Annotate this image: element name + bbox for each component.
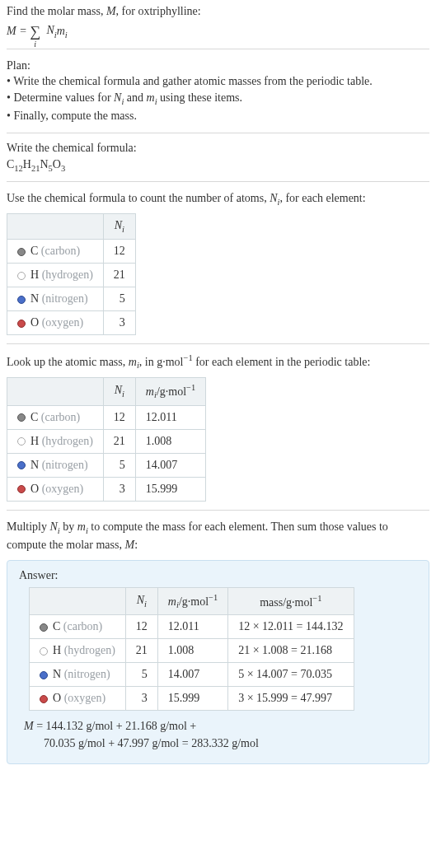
mult-m: m — [77, 520, 86, 533]
final-result: M = 144.132 g/mol + 21.168 g/mol + 70.03… — [19, 717, 417, 752]
element-cell: N (nitrogen) — [30, 663, 126, 687]
element-cell: O (oxygen) — [7, 477, 104, 501]
amass: mass/g·mol — [260, 595, 312, 608]
table-row: O (oxygen) 3 15.999 — [7, 477, 206, 501]
table-row: N (nitrogen) 5 14.007 — [7, 453, 206, 477]
final-M: M — [24, 720, 34, 732]
n-cell: 3 — [103, 310, 135, 334]
swatch-icon — [17, 296, 26, 304]
table-row: C (carbon) 12 12.011 — [7, 405, 206, 429]
swatch-icon — [40, 671, 48, 679]
lookup-post: for each element in the periodic table: — [193, 356, 371, 368]
divider — [7, 133, 429, 133]
plan-title: Plan: — [7, 58, 429, 74]
element-cell: C (carbon) — [7, 239, 104, 263]
cf-O-n: 3 — [61, 164, 65, 173]
table-header-row: Ni mi/g·mol−1 — [7, 378, 206, 405]
element-cell: O (oxygen) — [30, 687, 126, 711]
intro-post: , for oxtriphylline: — [116, 5, 201, 17]
el-sym: H — [30, 435, 39, 447]
lookup-mid: , in g·mol — [139, 356, 184, 368]
n-cell: 3 — [125, 687, 157, 711]
el-name: (nitrogen) — [42, 459, 88, 471]
count-post: , for each element: — [279, 192, 365, 204]
ahN: N — [137, 594, 144, 606]
mult-N: N — [50, 520, 58, 533]
el-name: (nitrogen) — [64, 668, 110, 680]
chemical-formula: C12H21N5O3 — [7, 158, 429, 173]
el-name: (hydrogen) — [64, 644, 115, 656]
multiply-text: Multiply Ni by mi to compute the mass fo… — [7, 519, 429, 553]
swatch-icon — [40, 647, 48, 656]
cf-N: N — [40, 158, 48, 170]
m-cell: 1.008 — [135, 429, 205, 453]
swatch-icon — [17, 413, 26, 422]
m-cell: 14.007 — [157, 663, 227, 687]
header-mass: mass/g·mol−1 — [228, 587, 354, 614]
table-header-row: Ni — [7, 214, 136, 240]
intro-M: M — [106, 5, 116, 17]
lookup-m: m — [129, 356, 137, 368]
plan-block: Plan: • Write the chemical formula and g… — [7, 58, 429, 124]
calc-cell: 21 × 1.008 = 21.168 — [228, 639, 354, 663]
divider — [7, 343, 429, 344]
element-cell: H (hydrogen) — [7, 263, 104, 287]
el-sym: C — [30, 245, 38, 257]
el-sym: H — [53, 644, 61, 656]
el-name: (carbon) — [63, 620, 102, 632]
cf-O: O — [53, 158, 61, 170]
swatch-icon — [17, 437, 26, 446]
amasss: −1 — [312, 594, 321, 603]
answer-block: Answer: Ni mi/g·mol−1 mass/g·mol−1 C (ca… — [7, 560, 429, 764]
swatch-icon — [17, 320, 26, 328]
count-N: N — [270, 192, 277, 204]
molar-mass-formula: M = ∑i Nimi — [7, 23, 429, 40]
intro-text: Find the molar mass, M, for oxtriphyllin… — [7, 3, 429, 20]
m-cell: 12.011 — [135, 405, 205, 429]
mult-mid1: by — [60, 520, 77, 533]
plan2-mid: and — [124, 91, 146, 104]
cf-C: C — [7, 158, 14, 170]
final-line1: = 144.132 g/mol + 21.168 g/mol + — [34, 720, 197, 732]
intro-block: Find the molar mass, M, for oxtriphyllin… — [7, 3, 429, 40]
el-sym: H — [30, 268, 39, 281]
table-row: C (carbon) 12 12.011 12 × 12.011 = 144.1… — [30, 615, 354, 639]
divider — [7, 181, 429, 182]
mult-post: : — [134, 539, 138, 551]
header-N-sub: i — [122, 225, 124, 234]
el-sym: N — [53, 668, 61, 680]
element-cell: O (oxygen) — [7, 310, 104, 334]
count-table: Ni C (carbon) 12 H (hydrogen) 21 N (nitr… — [7, 213, 136, 335]
swatch-icon — [17, 248, 26, 256]
header-empty — [7, 214, 104, 240]
intro-pre: Find the molar mass, — [7, 5, 106, 17]
n-cell: 21 — [103, 429, 135, 453]
sum-symbol-block: ∑i — [30, 23, 40, 40]
table-row: H (hydrogen) 21 — [7, 263, 136, 287]
calc-cell: 5 × 14.007 = 70.035 — [228, 663, 354, 687]
m-cell: 15.999 — [135, 477, 205, 501]
element-cell: C (carbon) — [7, 405, 104, 429]
element-cell: H (hydrogen) — [7, 429, 104, 453]
plan2-m: m — [147, 91, 155, 104]
el-name: (oxygen) — [64, 692, 106, 704]
plan-item-3: • Finally, compute the mass. — [7, 108, 429, 124]
cf-H-n: 21 — [31, 164, 40, 173]
cf-H: H — [23, 158, 31, 170]
el-sym: O — [30, 316, 39, 329]
hN: N — [115, 384, 122, 396]
header-empty — [30, 587, 126, 614]
plan-item-2: • Determine values for Ni and mi using t… — [7, 90, 429, 108]
divider — [7, 49, 429, 49]
header-Ni: Ni — [103, 378, 135, 405]
m-cell: 15.999 — [157, 687, 227, 711]
formula-mi-m: m — [57, 24, 65, 36]
el-sym: C — [53, 620, 60, 632]
ahm: m — [168, 595, 176, 607]
ahmu: /g·mol — [179, 595, 209, 607]
formula-mi-i: i — [65, 30, 68, 39]
header-mi: mi/g·mol−1 — [157, 587, 227, 614]
hunits: −1 — [186, 383, 195, 392]
m-cell: 1.008 — [157, 639, 227, 663]
lookup-block: Look up the atomic mass, mi, in g·mol−1 … — [7, 352, 429, 502]
